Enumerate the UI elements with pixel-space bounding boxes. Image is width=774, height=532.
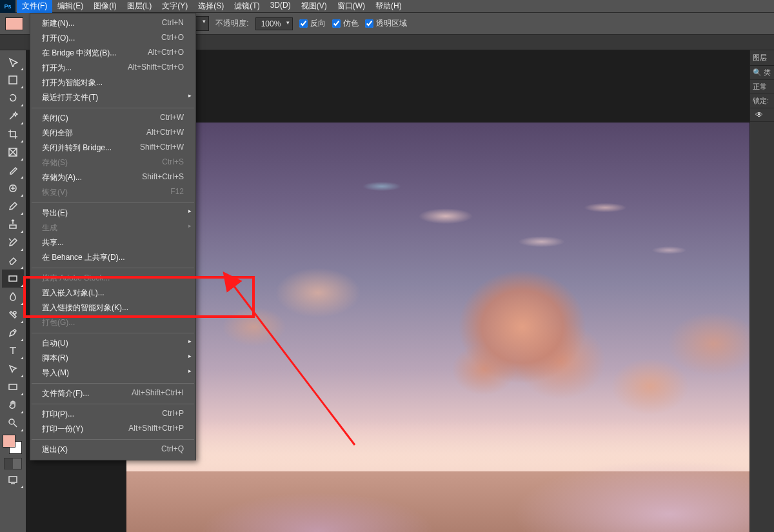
menu-cmd[interactable]: 关闭并转到 Bridge...Shift+Ctrl+W — [30, 141, 195, 155]
menu-cmd[interactable]: 置入嵌入对象(L)... — [30, 286, 195, 300]
lasso-tool[interactable] — [2, 89, 24, 107]
menu-cmd-label: 最近打开文件(T) — [42, 92, 98, 103]
menu-cmd[interactable]: 导出(E)▸ — [30, 206, 195, 221]
menu-cmd[interactable]: 打印一份(Y)Alt+Shift+Ctrl+P — [30, 422, 195, 437]
menu-item-9[interactable]: 窗口(W) — [332, 0, 370, 13]
menu-separator — [32, 439, 194, 440]
submenu-arrow-icon: ▸ — [188, 338, 192, 344]
clone-tool[interactable] — [2, 215, 24, 233]
dodge-tool[interactable] — [2, 306, 24, 324]
submenu-arrow-icon: ▸ — [188, 222, 192, 229]
brush-tool[interactable] — [2, 197, 24, 215]
menu-item-8[interactable]: 视图(V) — [296, 0, 332, 13]
eyedropper-tool[interactable] — [2, 161, 24, 179]
menu-cmd[interactable]: 关闭全部Alt+Ctrl+W — [30, 126, 195, 141]
opacity-input[interactable]: 100% — [255, 17, 293, 30]
layers-search-row[interactable]: 🔍 类 — [750, 66, 774, 80]
menu-cmd: 存储(S)Ctrl+S — [30, 155, 195, 170]
menu-cmd[interactable]: 在 Behance 上共享(D)... — [30, 250, 195, 265]
menu-cmd-shortcut: Shift+Ctrl+S — [142, 172, 184, 183]
zoom-tool[interactable] — [2, 414, 24, 432]
menu-cmd-shortcut: Ctrl+O — [161, 33, 184, 44]
menu-cmd-label: 退出(X) — [42, 444, 68, 455]
menu-cmd[interactable]: 在 Bridge 中浏览(B)...Alt+Ctrl+O — [30, 46, 195, 61]
menu-cmd-label: 共享... — [42, 237, 64, 248]
menu-item-2[interactable]: 图像(I) — [88, 0, 121, 13]
menu-cmd-label: 生成 — [42, 222, 57, 233]
hand-tool[interactable] — [2, 396, 24, 414]
transparency-checkbox[interactable]: 透明区域 — [365, 18, 407, 29]
path-select-tool[interactable] — [2, 360, 24, 378]
menu-cmd-label: 置入链接的智能对象(K)... — [42, 302, 128, 313]
menu-cmd[interactable]: 脚本(R)▸ — [30, 351, 195, 366]
marquee-tool[interactable] — [2, 71, 24, 89]
menu-item-10[interactable]: 帮助(H) — [370, 0, 407, 13]
menu-cmd-label: 新建(N)... — [42, 18, 75, 29]
layers-blend-mode[interactable]: 正常 — [750, 80, 774, 94]
options-color-swatch[interactable] — [5, 17, 23, 30]
frame-tool[interactable] — [2, 143, 24, 161]
menu-cmd[interactable]: 打印(P)...Ctrl+P — [30, 407, 195, 422]
layer-row[interactable]: 👁 — [750, 108, 774, 122]
menu-cmd-label: 关闭并转到 Bridge... — [42, 143, 112, 153]
screen-mode-button[interactable] — [2, 471, 24, 489]
menu-item-6[interactable]: 滤镜(T) — [229, 0, 264, 13]
layers-panel[interactable]: 图层 🔍 类 正常 锁定: 👁 — [749, 50, 774, 532]
menu-separator — [32, 333, 194, 333]
type-tool[interactable] — [2, 342, 24, 360]
wand-tool[interactable] — [2, 107, 24, 125]
menu-cmd[interactable]: 共享... — [30, 235, 195, 250]
menu-cmd[interactable]: 打开(O)...Ctrl+O — [30, 31, 195, 46]
reverse-checkbox[interactable]: 反向 — [299, 18, 326, 29]
menu-cmd[interactable]: 导入(M)▸ — [30, 366, 195, 380]
pen-tool[interactable] — [2, 324, 24, 342]
shape-tool[interactable] — [2, 378, 24, 396]
gradient-tool[interactable] — [2, 270, 24, 288]
submenu-arrow-icon: ▸ — [188, 368, 192, 374]
visibility-icon[interactable]: 👁 — [753, 108, 766, 122]
menu-item-7[interactable]: 3D(D) — [265, 0, 296, 13]
color-swatches[interactable] — [3, 435, 22, 454]
menu-item-0[interactable]: 文件(F) — [17, 0, 52, 13]
menu-separator — [32, 383, 194, 384]
dither-checkbox[interactable]: 仿色 — [332, 18, 359, 29]
menu-cmd-label: 关闭(C) — [42, 113, 68, 124]
blur-tool[interactable] — [2, 288, 24, 306]
menu-cmd[interactable]: 关闭(C)Ctrl+W — [30, 111, 195, 126]
menu-cmd-label: 自动(U) — [42, 338, 68, 349]
menu-cmd[interactable]: 退出(X)Ctrl+Q — [30, 442, 195, 457]
menu-cmd-label: 打开(O)... — [42, 33, 75, 44]
menu-cmd[interactable]: 存储为(A)...Shift+Ctrl+S — [30, 170, 195, 185]
menu-cmd-shortcut: Alt+Ctrl+O — [148, 48, 184, 59]
menu-item-4[interactable]: 文字(Y) — [157, 0, 193, 13]
menu-cmd[interactable]: 打开为智能对象... — [30, 75, 195, 90]
menu-cmd[interactable]: 自动(U)▸ — [30, 336, 195, 351]
canvas-image — [126, 123, 749, 532]
eraser-tool[interactable] — [2, 251, 24, 270]
submenu-arrow-icon: ▸ — [188, 353, 192, 359]
quickmask-toggle[interactable] — [4, 458, 22, 469]
healing-tool[interactable] — [2, 179, 24, 197]
menu-cmd[interactable]: 打开为...Alt+Shift+Ctrl+O — [30, 61, 195, 75]
menu-item-1[interactable]: 编辑(E) — [52, 0, 88, 13]
menu-cmd[interactable]: 文件简介(F)...Alt+Shift+Ctrl+I — [30, 386, 195, 401]
menu-separator — [32, 268, 194, 268]
menu-cmd-shortcut: Ctrl+W — [160, 113, 184, 124]
menu-item-3[interactable]: 图层(L) — [122, 0, 157, 13]
history-brush-tool[interactable] — [2, 233, 24, 251]
menu-separator — [32, 404, 194, 404]
menu-cmd-shortcut: Alt+Shift+Ctrl+P — [128, 424, 184, 435]
foreground-color[interactable] — [3, 435, 15, 448]
tool-bar — [0, 50, 26, 532]
menu-cmd-shortcut: Alt+Ctrl+W — [146, 128, 184, 139]
crop-tool[interactable] — [2, 125, 24, 143]
move-tool[interactable] — [2, 53, 24, 71]
menu-cmd-label: 置入嵌入对象(L)... — [42, 288, 104, 299]
menu-cmd[interactable]: 置入链接的智能对象(K)... — [30, 300, 195, 315]
menu-cmd[interactable]: 新建(N)...Ctrl+N — [30, 16, 195, 31]
menu-cmd-shortcut: Ctrl+P — [162, 409, 184, 420]
menu-cmd[interactable]: 最近打开文件(T)▸ — [30, 90, 195, 105]
submenu-arrow-icon: ▸ — [188, 92, 192, 99]
menu-item-5[interactable]: 选择(S) — [193, 0, 229, 13]
menu-cmd-label: 导出(E) — [42, 208, 68, 219]
